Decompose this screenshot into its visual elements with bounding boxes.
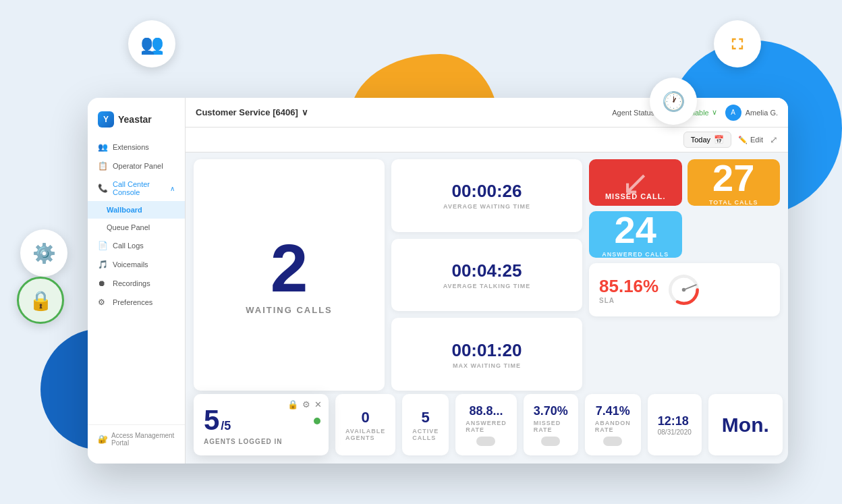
answered-rate-label: ANSWERED RATE xyxy=(466,420,507,433)
lock-icon: 🔒 xyxy=(17,277,64,324)
active-calls-label: ACTIVE CALLS xyxy=(412,428,439,441)
recordings-icon: ⏺ xyxy=(98,279,107,288)
logo: Y Yeastar xyxy=(88,108,185,138)
available-agents-label: AVAILABLE AGENTS xyxy=(345,428,385,441)
datetime-card: 12:18 08/31/2020 xyxy=(648,394,702,455)
sla-value: 85.16% xyxy=(599,276,658,297)
answered-calls-value: 24 xyxy=(615,211,656,249)
expand-icon xyxy=(714,20,761,67)
answered-rate-toggle[interactable] xyxy=(476,437,495,446)
extensions-icon: 👥 xyxy=(98,142,107,152)
sidebar-item-extensions[interactable]: 👥 Extensions xyxy=(88,138,185,157)
missed-rate-value: 3.70% xyxy=(534,404,568,418)
waiting-calls-card: 2 WAITING CALLS xyxy=(194,159,385,391)
toolbar: Today 📅 ✏️ Edit ⤢ xyxy=(186,128,788,152)
missed-rate-toggle[interactable] xyxy=(541,437,560,446)
total-calls-card: 27 TOTAL CALLS xyxy=(687,159,781,206)
total-calls-label: TOTAL CALLS xyxy=(709,199,758,206)
current-date: 08/31/2020 xyxy=(658,428,692,436)
waiting-calls-value: 2 xyxy=(271,234,308,302)
dashboard-area: 2 WAITING CALLS 00:00:26 AVERAGE WAITING… xyxy=(186,152,788,464)
active-calls-card: 5 ACTIVE CALLS xyxy=(402,394,449,455)
popup-icons: 🔒 ⚙ ✕ xyxy=(287,399,322,410)
answered-rate-value: 88.8... xyxy=(469,404,503,418)
sidebar-item-queue-panel[interactable]: Queue Panel xyxy=(88,219,185,236)
logo-text: Yeastar xyxy=(118,114,152,125)
sidebar-item-operator-panel[interactable]: 📋 Operator Panel xyxy=(88,157,185,175)
agents-denom: /5 xyxy=(221,419,231,433)
user-info[interactable]: A Amelia G. xyxy=(725,105,778,121)
current-time: 12:18 xyxy=(658,414,689,428)
avatar: A xyxy=(725,105,741,121)
team-icon: 👥 xyxy=(128,20,175,67)
main-grid: 2 WAITING CALLS 00:00:26 AVERAGE WAITING… xyxy=(186,152,788,394)
bottom-row: 🔒 ⚙ ✕ 5 /5 AGENTS LOGGED IN 0 AVAILABLE … xyxy=(186,394,788,464)
right-stats-grid: ↙ MISSED CALL. 27 TOTAL CALLS 24 ANSWERE… xyxy=(589,159,780,311)
avg-talking-time-label: AVERAGE TALKING TIME xyxy=(443,283,531,289)
missed-call-label: MISSED CALL. xyxy=(605,192,666,200)
sla-card: 85.16% SLA xyxy=(589,263,780,316)
day-card: Mon. xyxy=(708,394,783,455)
sla-label: SLA xyxy=(599,297,658,304)
calendar-icon: 📅 xyxy=(714,135,724,144)
sla-gauge xyxy=(665,271,702,308)
close-icon[interactable]: ✕ xyxy=(314,399,322,410)
max-waiting-time-label: MAX WAITING TIME xyxy=(453,362,521,369)
preferences-icon: ⚙ xyxy=(98,298,107,307)
avg-waiting-time-card: 00:00:26 AVERAGE WAITING TIME xyxy=(391,159,582,232)
edit-icon: ✏️ xyxy=(738,136,748,144)
edit-button[interactable]: ✏️ Edit xyxy=(738,136,763,144)
agents-logged-label: AGENTS LOGGED IN xyxy=(204,438,318,445)
date-filter[interactable]: Today 📅 xyxy=(683,132,731,148)
access-portal-icon: 🔐 xyxy=(98,435,108,444)
abandon-rate-toggle[interactable] xyxy=(603,437,622,446)
abandon-rate-label: ABANDON RATE xyxy=(595,420,631,433)
sidebar-item-preferences[interactable]: ⚙ Preferences xyxy=(88,293,185,312)
lock-small-icon: 🔒 xyxy=(287,399,298,410)
max-waiting-time-value: 00:01:20 xyxy=(451,340,522,361)
missed-rate-card: 3.70% MISSED RATE xyxy=(524,394,578,455)
sidebar-item-call-logs[interactable]: 📄 Call Logs xyxy=(88,236,185,255)
current-day: Mon. xyxy=(722,414,769,437)
total-calls-value: 27 xyxy=(712,159,754,197)
sidebar-item-voicemails[interactable]: 🎵 Voicemails xyxy=(88,255,185,274)
call-center-icon: 📞 xyxy=(98,184,107,193)
sidebar-item-recordings[interactable]: ⏺ Recordings xyxy=(88,274,185,293)
main-window: Y Yeastar 👥 Extensions 📋 Operator Panel … xyxy=(88,98,788,464)
agents-logged-value: 5 xyxy=(204,404,219,437)
sidebar-item-wallboard[interactable]: Wallboard xyxy=(88,201,185,219)
abandon-rate-card: 7.41% ABANDON RATE xyxy=(585,394,641,455)
agents-logged-in-card: 🔒 ⚙ ✕ 5 /5 AGENTS LOGGED IN xyxy=(194,394,329,455)
main-content: Customer Service [6406] ∨ Agent Status ∨… xyxy=(186,98,788,464)
access-portal[interactable]: 🔐 Access Management Portal xyxy=(88,424,185,453)
agents-online-indicator xyxy=(314,418,320,424)
header-bar: Customer Service [6406] ∨ Agent Status ∨… xyxy=(186,98,788,128)
available-chevron-icon: ∨ xyxy=(712,108,717,117)
voicemails-icon: 🎵 xyxy=(98,260,107,269)
avg-talking-time-value: 00:04:25 xyxy=(451,260,522,281)
available-agents-value: 0 xyxy=(361,409,369,426)
avg-waiting-time-value: 00:00:26 xyxy=(451,181,522,202)
fullscreen-button[interactable]: ⤢ xyxy=(770,134,778,145)
max-waiting-time-card: 00:01:20 MAX WAITING TIME xyxy=(391,318,582,391)
logo-icon: Y xyxy=(98,111,114,128)
avg-waiting-time-label: AVERAGE WAITING TIME xyxy=(443,203,530,210)
expand-arrow-icon: ∧ xyxy=(170,185,175,192)
clock-icon: 🕐 xyxy=(650,78,697,125)
answered-rate-card: 88.8... ANSWERED RATE xyxy=(455,394,517,455)
queue-dropdown-icon: ∨ xyxy=(302,107,308,117)
queue-selector[interactable]: Customer Service [6406] ∨ xyxy=(196,107,308,117)
gear-small-icon: ⚙ xyxy=(302,399,310,410)
avg-talking-time-card: 00:04:25 AVERAGE TALKING TIME xyxy=(391,239,582,312)
missed-rate-label: MISSED RATE xyxy=(534,420,568,433)
abandon-rate-value: 7.41% xyxy=(596,404,630,418)
sidebar: Y Yeastar 👥 Extensions 📋 Operator Panel … xyxy=(88,98,186,464)
svg-point-3 xyxy=(682,288,686,292)
operator-panel-icon: 📋 xyxy=(98,161,107,171)
waiting-calls-label: WAITING CALLS xyxy=(246,305,333,315)
active-calls-value: 5 xyxy=(422,409,430,426)
gear-icon: ⚙️ xyxy=(20,229,67,277)
available-agents-card: 0 AVAILABLE AGENTS xyxy=(335,394,395,455)
sidebar-item-call-center-console[interactable]: 📞 Call Center Console ∧ xyxy=(88,175,185,201)
missed-call-card: ↙ MISSED CALL. xyxy=(589,159,682,206)
